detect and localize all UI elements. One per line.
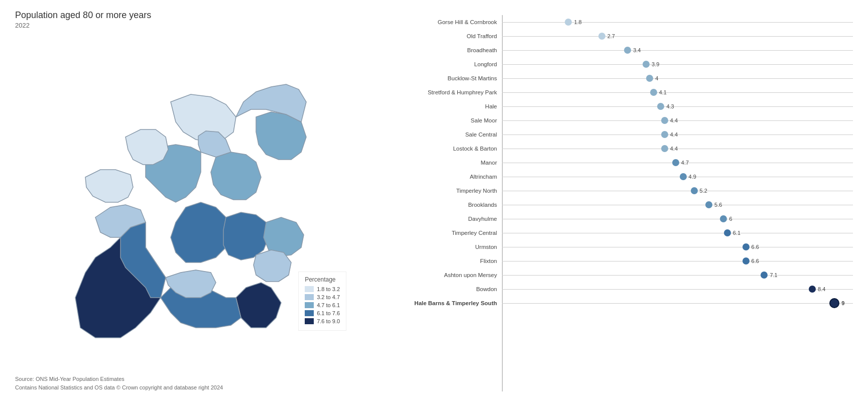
legend-color-box (305, 286, 314, 292)
row-dot-container: 3.4 (624, 47, 641, 54)
row-line-area: 6.6 (502, 240, 853, 254)
row-dot-container: 8.4 (809, 286, 825, 293)
row-dot (598, 33, 605, 40)
row-line-area: 3.4 (502, 43, 853, 57)
chart-row: Old Trafford2.7 (387, 29, 853, 43)
row-dot (657, 103, 664, 110)
row-dot (661, 117, 668, 124)
svg-marker-10 (126, 129, 168, 165)
svg-marker-17 (254, 250, 291, 282)
row-value: 9 (841, 300, 844, 306)
legend-label: 3.2 to 4.7 (317, 294, 340, 300)
chart-row: Ashton upon Mersey7.1 (387, 268, 853, 282)
svg-marker-6 (211, 152, 261, 200)
row-dot (624, 47, 631, 54)
row-label: Flixton (387, 258, 502, 264)
chart-row: Gorse Hill & Cornbrook1.8 (387, 15, 853, 29)
row-dot-container: 4.4 (661, 117, 678, 124)
row-line (502, 303, 853, 304)
row-dot (661, 131, 668, 138)
row-line (502, 289, 853, 290)
row-label: Hale (387, 103, 502, 109)
chart-row: Broadheath3.4 (387, 43, 853, 57)
main-title: Population aged 80 or more years (15, 10, 366, 21)
chart-row: Davyhulme6 (387, 212, 853, 226)
row-dot (650, 89, 657, 96)
row-value: 6.6 (752, 244, 759, 250)
chart-area: Gorse Hill & Cornbrook1.8Old Trafford2.7… (387, 15, 853, 391)
source-line2: Contains National Statistics and OS data… (15, 383, 366, 392)
row-dot-container: 6 (720, 215, 732, 222)
row-value: 4 (655, 75, 658, 81)
row-line-area: 3.9 (502, 57, 853, 71)
svg-marker-1 (236, 283, 281, 328)
row-line-area: 4.7 (502, 156, 853, 170)
row-label: Timperley Central (387, 230, 502, 236)
row-line (502, 233, 853, 233)
legend-color-box (305, 318, 314, 324)
chart-row: Bucklow-St Martins4 (387, 71, 853, 85)
row-dot-container: 4.7 (672, 159, 689, 166)
row-value: 4.9 (689, 174, 696, 180)
legend-item: 1.8 to 3.2 (305, 286, 340, 292)
row-line-area: 4.4 (502, 127, 853, 142)
row-dot-container: 7.1 (761, 272, 777, 279)
row-value: 4.3 (666, 103, 674, 109)
row-label: Timperley North (387, 188, 502, 194)
row-dot-container: 6.6 (742, 243, 759, 250)
row-value: 3.9 (652, 61, 659, 67)
row-label: Lostock & Barton (387, 146, 502, 152)
row-line-area: 6.6 (502, 254, 853, 268)
row-label: Hale Barns & Timperley South (387, 300, 502, 306)
row-dot (565, 19, 572, 26)
chart-row: Manor4.7 (387, 156, 853, 170)
row-value: 6.1 (733, 230, 740, 236)
row-value: 2.7 (607, 33, 615, 39)
row-line-area: 6.1 (502, 226, 853, 240)
row-dot (761, 272, 768, 279)
row-label: Sale Moor (387, 117, 502, 123)
source-section: Source: ONS Mid-Year Population Estimate… (15, 375, 366, 391)
row-line (502, 92, 853, 93)
chart-row: Timperley Central6.1 (387, 226, 853, 240)
chart-row: Hale Barns & Timperley South9 (387, 296, 853, 310)
row-value: 4.4 (670, 131, 678, 138)
row-dot-container: 5.6 (705, 201, 722, 208)
legend-color-box (305, 294, 314, 300)
legend-item: 7.6 to 9.0 (305, 318, 340, 324)
row-line (502, 205, 853, 205)
row-label: Bucklow-St Martins (387, 75, 502, 81)
row-line-area: 7.1 (502, 268, 853, 282)
row-dot (724, 229, 731, 236)
row-line (502, 261, 853, 261)
row-label: Sale Central (387, 131, 502, 138)
row-label: Gorse Hill & Cornbrook (387, 19, 502, 25)
legend-item: 4.7 to 6.1 (305, 302, 340, 308)
row-line (502, 219, 853, 219)
row-value: 5.2 (700, 188, 707, 194)
row-value: 6 (729, 216, 732, 222)
row-line (502, 247, 853, 247)
row-line-area: 5.6 (502, 198, 853, 212)
row-dot-container: 4.1 (650, 89, 667, 96)
row-dot-container: 1.8 (565, 19, 581, 26)
row-line-area: 4.4 (502, 142, 853, 156)
row-line (502, 191, 853, 191)
row-value: 8.4 (818, 286, 825, 292)
title-section: Population aged 80 or more years 2022 (15, 10, 366, 29)
svg-marker-16 (85, 170, 133, 202)
row-line (502, 78, 853, 79)
row-dot (680, 173, 687, 180)
row-line (502, 64, 853, 65)
left-panel: Population aged 80 or more years 2022 (15, 10, 366, 391)
row-line (502, 106, 853, 107)
row-line-area: 1.8 (502, 15, 853, 29)
legend-color-box (305, 302, 314, 308)
source-line1: Source: ONS Mid-Year Population Estimate… (15, 375, 366, 383)
row-dot-container: 6.1 (724, 229, 740, 236)
row-value: 4.4 (670, 117, 678, 123)
row-label: Brooklands (387, 202, 502, 208)
row-value: 7.1 (770, 272, 777, 278)
row-line-area: 4.9 (502, 170, 853, 184)
row-value: 4.1 (659, 89, 667, 95)
